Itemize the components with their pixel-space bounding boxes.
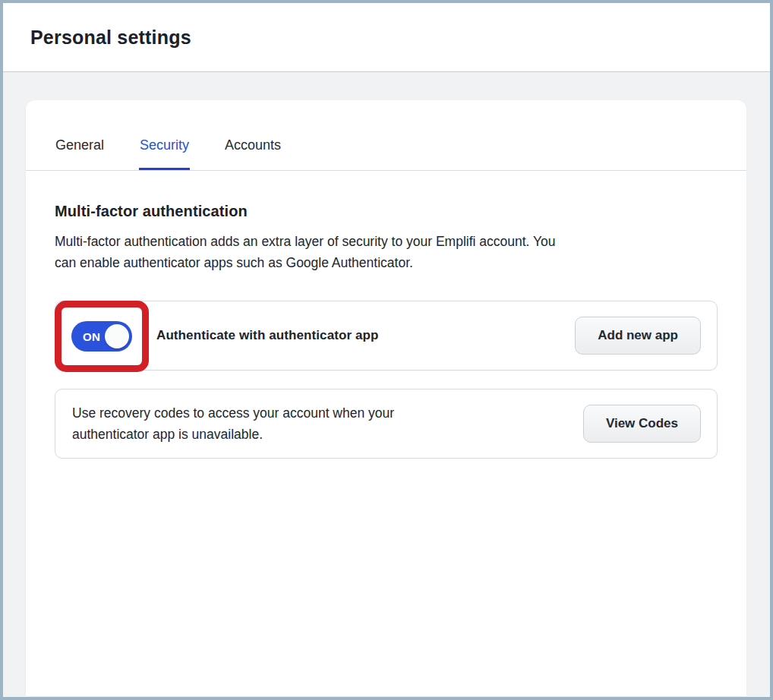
tab-accounts[interactable]: Accounts bbox=[224, 100, 282, 170]
mfa-section: Multi-factor authentication Multi-factor… bbox=[26, 201, 746, 459]
tab-bar: General Security Accounts bbox=[26, 100, 746, 171]
mfa-section-heading: Multi-factor authentication bbox=[55, 201, 718, 221]
page-title: Personal settings bbox=[30, 27, 191, 49]
authenticator-row-label: Authenticate with authenticator app bbox=[156, 328, 379, 343]
authenticator-row: ON Authenticate with authenticator app A… bbox=[55, 301, 718, 370]
description-line: can enable authenticator apps such as Go… bbox=[55, 255, 413, 270]
tab-security[interactable]: Security bbox=[139, 100, 190, 170]
tab-general[interactable]: General bbox=[55, 100, 105, 170]
add-new-app-button[interactable]: Add new app bbox=[575, 317, 701, 355]
recovery-codes-row: Use recovery codes to access your accoun… bbox=[55, 389, 718, 459]
view-codes-button[interactable]: View Codes bbox=[583, 405, 701, 443]
toggle-knob-icon bbox=[105, 324, 129, 348]
toggle-on-label: ON bbox=[83, 330, 100, 343]
app-window: Personal settings General Security Accou… bbox=[0, 0, 773, 700]
annotation-highlight-box: ON bbox=[55, 301, 149, 372]
description-line: Multi-factor authentication adds an extr… bbox=[55, 234, 556, 249]
authenticator-toggle[interactable]: ON bbox=[71, 321, 132, 352]
page-body: General Security Accounts Multi-factor a… bbox=[3, 100, 770, 696]
recovery-codes-text: Use recovery codes to access your accoun… bbox=[72, 402, 394, 445]
recovery-text-line: Use recovery codes to access your accoun… bbox=[72, 405, 394, 421]
recovery-text-line: authenticator app is unavailable. bbox=[72, 427, 263, 442]
mfa-section-description: Multi-factor authentication adds an extr… bbox=[55, 231, 718, 273]
settings-card: General Security Accounts Multi-factor a… bbox=[26, 100, 746, 696]
page-header: Personal settings bbox=[3, 3, 770, 72]
